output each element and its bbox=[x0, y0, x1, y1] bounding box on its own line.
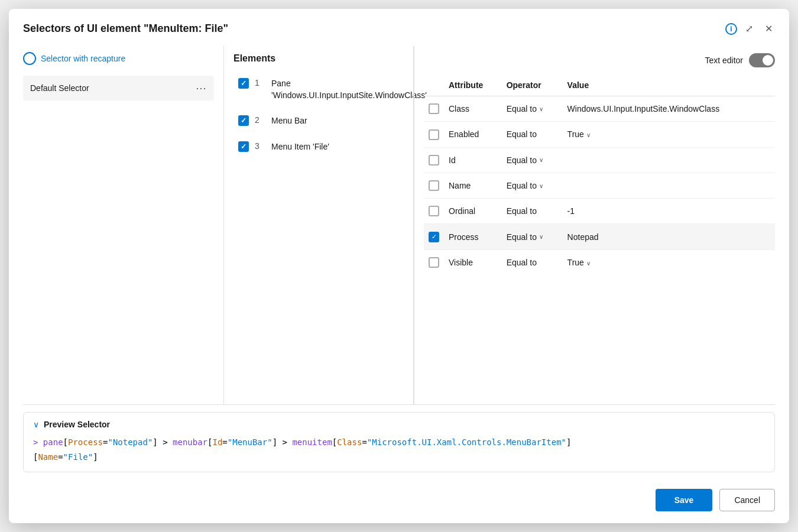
element-number: 2 bbox=[255, 115, 265, 125]
preview-text: = bbox=[222, 437, 227, 447]
attr-value: -1 bbox=[563, 199, 775, 224]
save-button[interactable]: Save bbox=[656, 489, 713, 511]
table-row[interactable]: EnabledEqual toTrue ∨ bbox=[424, 122, 775, 147]
attr-name: Class bbox=[444, 96, 502, 122]
attr-checkbox[interactable]: ✓ bbox=[429, 232, 439, 242]
attr-operator[interactable]: Equal to ∨ bbox=[502, 96, 563, 122]
element-text: Pane 'Windows.UI.Input.InputSite.WindowC… bbox=[271, 78, 427, 101]
preview-attribute: Class bbox=[337, 437, 362, 447]
element-text: Menu Bar bbox=[271, 115, 307, 127]
attr-checkbox[interactable] bbox=[429, 180, 439, 191]
left-panel: Selector with recapture Default Selector… bbox=[23, 46, 224, 404]
chevron-down-icon: ∨ bbox=[539, 183, 543, 189]
attr-checkbox[interactable] bbox=[429, 129, 439, 140]
element-checkbox[interactable] bbox=[238, 78, 249, 89]
text-editor-label: Text editor bbox=[705, 56, 743, 65]
preview-text: ] bbox=[566, 437, 571, 447]
table-row[interactable]: IdEqual to ∨ bbox=[424, 147, 775, 173]
element-checkbox[interactable] bbox=[238, 141, 249, 152]
preview-value: "File" bbox=[63, 452, 93, 462]
preview-attribute: Process bbox=[68, 437, 103, 447]
preview-content: > pane[Process="Notepad"] > menubar[Id="… bbox=[33, 435, 765, 465]
preview-section: ∨ Preview Selector > pane[Process="Notep… bbox=[23, 412, 775, 472]
attr-value: Windows.UI.Input.InputSite.WindowClass bbox=[563, 96, 775, 122]
table-row[interactable]: ClassEqual to ∨Windows.UI.Input.InputSit… bbox=[424, 96, 775, 122]
preview-header[interactable]: ∨ Preview Selector bbox=[33, 420, 765, 429]
right-panel: Text editor Attribute Operator Value Cla… bbox=[414, 46, 775, 404]
attr-operator[interactable]: Equal to ∨ bbox=[502, 224, 563, 249]
attr-name: Process bbox=[444, 224, 502, 249]
operator-select[interactable]: Equal to ∨ bbox=[507, 181, 543, 190]
dialog-header: Selectors of UI element "MenuItem: File"… bbox=[9, 9, 789, 46]
section-divider bbox=[23, 404, 775, 405]
operator-select[interactable]: Equal to ∨ bbox=[507, 155, 543, 165]
col-value: Value bbox=[563, 74, 775, 96]
add-selector-label: Selector with recapture bbox=[41, 54, 125, 63]
attr-operator[interactable]: Equal to bbox=[502, 249, 563, 275]
right-top-row: Text editor bbox=[424, 46, 775, 74]
preview-text: ] bbox=[93, 452, 98, 462]
chevron-down-icon: ∨ bbox=[539, 157, 543, 163]
attr-name: Id bbox=[444, 147, 502, 173]
table-row[interactable]: OrdinalEqual to-1 bbox=[424, 199, 775, 224]
preview-text: = bbox=[58, 452, 63, 462]
element-item[interactable]: 2Menu Bar bbox=[233, 108, 404, 134]
attr-name: Enabled bbox=[444, 122, 502, 147]
attr-operator[interactable]: Equal to bbox=[502, 122, 563, 147]
element-item[interactable]: 1Pane 'Windows.UI.Input.InputSite.Window… bbox=[233, 71, 404, 108]
element-checkbox[interactable] bbox=[238, 115, 249, 126]
close-icon[interactable]: ✕ bbox=[763, 21, 775, 37]
preview-value: "Notepad" bbox=[108, 437, 153, 447]
elements-title: Elements bbox=[233, 46, 275, 71]
add-selector-button[interactable]: Selector with recapture bbox=[23, 46, 214, 71]
cancel-button[interactable]: Cancel bbox=[719, 489, 775, 511]
text-editor-row: Text editor bbox=[705, 53, 775, 67]
element-number: 1 bbox=[255, 78, 265, 87]
attr-operator[interactable]: Equal to bbox=[502, 199, 563, 224]
three-dots-menu[interactable]: ⋯ bbox=[196, 82, 207, 95]
attr-value: True ∨ bbox=[563, 122, 775, 147]
text-editor-toggle[interactable] bbox=[749, 53, 775, 67]
preview-text: [ bbox=[207, 437, 212, 447]
table-row[interactable]: VisibleEqual toTrue ∨ bbox=[424, 249, 775, 275]
operator-select[interactable]: Equal to ∨ bbox=[507, 232, 543, 242]
middle-panel: Elements 1Pane 'Windows.UI.Input.InputSi… bbox=[224, 46, 413, 404]
attr-value bbox=[563, 147, 775, 173]
preview-text: [ bbox=[63, 437, 68, 447]
attr-value: True ∨ bbox=[563, 249, 775, 275]
table-row[interactable]: NameEqual to ∨ bbox=[424, 173, 775, 198]
preview-chevron: ∨ bbox=[33, 420, 39, 429]
info-icon[interactable]: i bbox=[725, 23, 737, 35]
preview-attribute: Name bbox=[38, 452, 58, 462]
preview-text: ] > bbox=[153, 437, 173, 447]
operator-select[interactable]: Equal to ∨ bbox=[507, 104, 543, 113]
preview-value: "Microsoft.UI.Xaml.Controls.MenuBarItem" bbox=[367, 437, 566, 447]
attr-checkbox[interactable] bbox=[429, 257, 439, 268]
preview-element: pane bbox=[43, 437, 63, 447]
attr-checkbox[interactable] bbox=[429, 206, 439, 216]
attr-name: Ordinal bbox=[444, 199, 502, 224]
selector-item-label: Default Selector bbox=[30, 83, 89, 93]
preview-symbol: > bbox=[33, 437, 43, 447]
attr-operator[interactable]: Equal to ∨ bbox=[502, 147, 563, 173]
elements-list: 1Pane 'Windows.UI.Input.InputSite.Window… bbox=[233, 71, 404, 160]
preview-text: = bbox=[362, 437, 366, 447]
middle-header: Elements bbox=[233, 46, 404, 71]
expand-icon[interactable]: ⤢ bbox=[743, 21, 755, 37]
dialog-body: Selector with recapture Default Selector… bbox=[9, 46, 789, 404]
header-actions: ⤢ ✕ bbox=[743, 21, 775, 37]
dialog-footer: Save Cancel bbox=[9, 479, 789, 523]
selector-item[interactable]: Default Selector ⋯ bbox=[23, 76, 214, 100]
table-row[interactable]: ✓ProcessEqual to ∨Notepad bbox=[424, 224, 775, 249]
attr-operator[interactable]: Equal to ∨ bbox=[502, 173, 563, 198]
preview-text: ] > bbox=[273, 437, 293, 447]
element-number: 3 bbox=[255, 141, 265, 151]
chevron-down-icon: ∨ bbox=[539, 106, 543, 112]
attr-checkbox[interactable] bbox=[429, 155, 439, 166]
attr-value: Notepad bbox=[563, 224, 775, 249]
col-checkbox bbox=[424, 74, 444, 96]
element-item[interactable]: 3Menu Item 'File' bbox=[233, 134, 404, 160]
preview-header-text: Preview Selector bbox=[44, 420, 110, 429]
attr-checkbox[interactable] bbox=[429, 103, 439, 114]
preview-text: [ bbox=[332, 437, 337, 447]
